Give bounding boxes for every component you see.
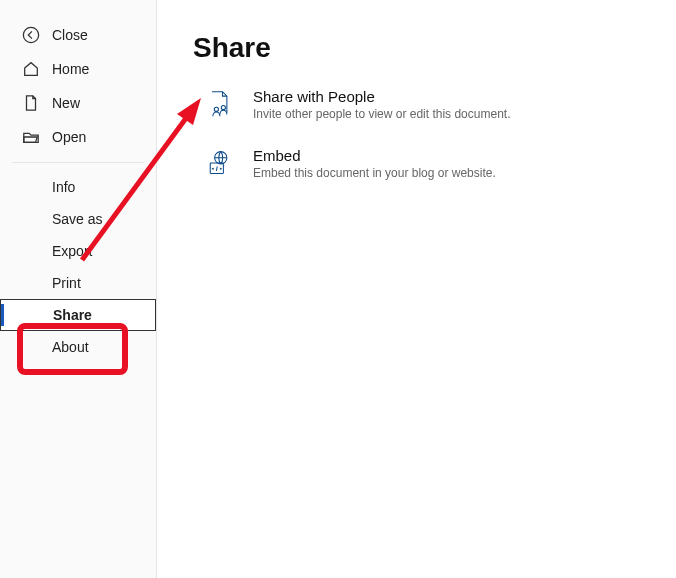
- nav-open[interactable]: Open: [0, 120, 156, 154]
- back-arrow-icon: [22, 26, 40, 44]
- svg-point-1: [214, 107, 218, 111]
- folder-open-icon: [22, 128, 40, 146]
- nav-save-as[interactable]: Save as: [0, 203, 156, 235]
- option-embed[interactable]: Embed Embed this document in your blog o…: [193, 147, 676, 180]
- nav-export-label: Export: [52, 243, 92, 259]
- share-people-title: Share with People: [253, 88, 510, 105]
- backstage-sidebar: Close Home New Open Info: [0, 0, 157, 578]
- nav-close[interactable]: Close: [0, 18, 156, 52]
- new-document-icon: [22, 94, 40, 112]
- nav-new-label: New: [52, 95, 80, 111]
- home-icon: [22, 60, 40, 78]
- nav-share[interactable]: Share: [0, 299, 156, 331]
- backstage-main: Share Share with People Invite other peo…: [157, 0, 676, 578]
- nav-home[interactable]: Home: [0, 52, 156, 86]
- nav-about-label: About: [52, 339, 89, 355]
- embed-title: Embed: [253, 147, 496, 164]
- svg-point-0: [23, 27, 38, 42]
- nav-export[interactable]: Export: [0, 235, 156, 267]
- sidebar-divider: [12, 162, 144, 163]
- share-people-icon: [203, 88, 235, 120]
- nav-info-label: Info: [52, 179, 75, 195]
- nav-about[interactable]: About: [0, 331, 156, 363]
- nav-save-as-label: Save as: [52, 211, 103, 227]
- nav-close-label: Close: [52, 27, 88, 43]
- nav-new[interactable]: New: [0, 86, 156, 120]
- nav-print[interactable]: Print: [0, 267, 156, 299]
- nav-open-label: Open: [52, 129, 86, 145]
- embed-icon: [203, 147, 235, 179]
- embed-desc: Embed this document in your blog or webs…: [253, 166, 496, 180]
- nav-home-label: Home: [52, 61, 89, 77]
- share-people-desc: Invite other people to view or edit this…: [253, 107, 510, 121]
- svg-point-2: [221, 105, 225, 109]
- nav-print-label: Print: [52, 275, 81, 291]
- nav-info[interactable]: Info: [0, 171, 156, 203]
- page-title: Share: [193, 32, 676, 64]
- nav-share-label: Share: [53, 307, 92, 323]
- option-share-with-people[interactable]: Share with People Invite other people to…: [193, 88, 676, 121]
